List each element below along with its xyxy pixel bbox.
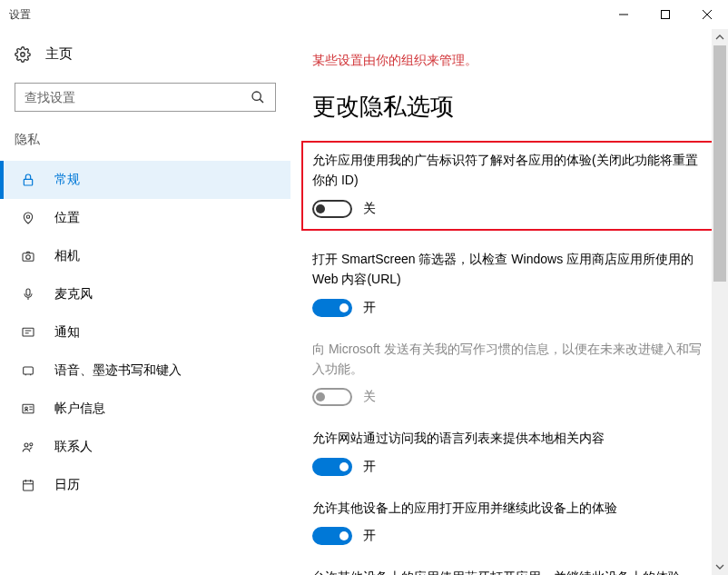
highlighted-setting: 允许应用使用我的广告标识符了解对各应用的体验(关闭此功能将重置你的 ID) 关 bbox=[301, 141, 713, 231]
svg-rect-14 bbox=[23, 404, 34, 412]
search-input[interactable] bbox=[15, 83, 276, 112]
home-nav[interactable]: 主页 bbox=[0, 38, 290, 70]
toggle-language-list[interactable] bbox=[312, 458, 352, 476]
toggle-state-label: 关 bbox=[363, 201, 376, 217]
sidebar-item-general[interactable]: 常规 bbox=[0, 161, 290, 199]
sidebar: 主页 隐私 常规 位置 bbox=[0, 29, 290, 575]
sidebar-item-label: 日历 bbox=[54, 477, 80, 493]
sidebar-item-contacts[interactable]: 联系人 bbox=[0, 428, 290, 466]
scroll-down-button[interactable] bbox=[712, 559, 728, 575]
svg-rect-9 bbox=[23, 253, 34, 262]
svg-point-4 bbox=[21, 52, 25, 56]
sidebar-item-label: 语音、墨迹书写和键入 bbox=[54, 362, 182, 379]
notification-icon bbox=[20, 324, 36, 341]
sidebar-nav: 常规 位置 相机 麦克风 bbox=[0, 161, 290, 504]
svg-rect-1 bbox=[662, 11, 670, 19]
setting-description: 打开 SmartScreen 筛选器，以检查 Windows 应用商店应用所使用… bbox=[312, 249, 704, 290]
gear-icon bbox=[15, 46, 31, 63]
search-button[interactable] bbox=[243, 83, 272, 112]
sidebar-item-notifications[interactable]: 通知 bbox=[0, 313, 290, 352]
sidebar-item-account-info[interactable]: 帐户信息 bbox=[0, 390, 290, 428]
toggle-state-label: 开 bbox=[363, 459, 376, 475]
sidebar-item-label: 位置 bbox=[54, 210, 80, 226]
sidebar-item-location[interactable]: 位置 bbox=[0, 199, 290, 237]
sidebar-item-calendar[interactable]: 日历 bbox=[0, 466, 290, 504]
svg-point-15 bbox=[25, 407, 28, 410]
toggle-continue-experiences[interactable] bbox=[312, 527, 352, 545]
toggle-typing-info bbox=[312, 388, 352, 406]
maximize-button[interactable] bbox=[644, 0, 686, 29]
sidebar-item-camera[interactable]: 相机 bbox=[0, 237, 290, 275]
main-content: 某些设置由你的组织来管理。 更改隐私选项 允许应用使用我的广告标识符了解对各应用… bbox=[290, 29, 728, 575]
camera-icon bbox=[20, 248, 36, 264]
setting-description: 允许其他设备上的应用使用蓝牙打开应用，并继续此设备上的体验 bbox=[312, 567, 704, 575]
home-label: 主页 bbox=[45, 45, 73, 63]
toggle-state-label: 开 bbox=[363, 300, 376, 316]
sidebar-item-label: 联系人 bbox=[54, 439, 93, 455]
svg-point-17 bbox=[30, 443, 33, 446]
svg-point-5 bbox=[252, 92, 261, 100]
svg-point-8 bbox=[26, 215, 29, 218]
svg-rect-13 bbox=[24, 367, 34, 374]
sidebar-section-label: 隐私 bbox=[0, 124, 290, 155]
svg-rect-18 bbox=[24, 481, 34, 491]
setting-description: 允许其他设备上的应用打开应用并继续此设备上的体验 bbox=[312, 498, 704, 518]
svg-point-10 bbox=[26, 255, 31, 260]
policy-managed-notice: 某些设置由你的组织来管理。 bbox=[312, 53, 704, 69]
svg-rect-7 bbox=[24, 179, 32, 185]
window-controls bbox=[603, 0, 728, 29]
scrollbar[interactable] bbox=[712, 29, 728, 575]
svg-rect-12 bbox=[23, 328, 34, 336]
sidebar-item-label: 帐户信息 bbox=[54, 401, 105, 417]
setting-description: 允许网站通过访问我的语言列表来提供本地相关内容 bbox=[312, 428, 704, 448]
scrollbar-track[interactable] bbox=[712, 45, 728, 559]
sidebar-item-label: 通知 bbox=[54, 324, 80, 341]
toggle-smartscreen[interactable] bbox=[312, 299, 352, 317]
toggle-advertising-id[interactable] bbox=[312, 200, 352, 218]
sidebar-item-label: 相机 bbox=[54, 248, 80, 264]
speech-icon bbox=[20, 362, 36, 379]
sidebar-item-microphone[interactable]: 麦克风 bbox=[0, 275, 290, 313]
page-title: 更改隐私选项 bbox=[312, 91, 704, 123]
account-card-icon bbox=[20, 401, 36, 417]
sidebar-item-label: 麦克风 bbox=[54, 286, 93, 302]
calendar-icon bbox=[20, 477, 36, 493]
svg-line-6 bbox=[260, 99, 263, 103]
svg-rect-11 bbox=[26, 289, 30, 295]
close-button[interactable] bbox=[686, 0, 728, 29]
window-title: 设置 bbox=[9, 7, 31, 23]
sidebar-item-speech-inking[interactable]: 语音、墨迹书写和键入 bbox=[0, 352, 290, 390]
toggle-state-label: 开 bbox=[363, 528, 376, 544]
minimize-button[interactable] bbox=[603, 0, 644, 29]
svg-point-16 bbox=[25, 443, 28, 447]
lock-icon bbox=[20, 172, 36, 188]
toggle-state-label: 关 bbox=[363, 389, 376, 405]
scrollbar-thumb[interactable] bbox=[713, 45, 726, 282]
setting-description: 允许应用使用我的广告标识符了解对各应用的体验(关闭此功能将重置你的 ID) bbox=[312, 150, 703, 191]
microphone-icon bbox=[20, 286, 36, 302]
title-bar: 设置 bbox=[0, 0, 728, 29]
setting-description: 向 Microsoft 发送有关我的写作习惯的信息，以便在未来改进键入和写入功能… bbox=[312, 339, 704, 380]
sidebar-item-label: 常规 bbox=[54, 172, 80, 188]
scroll-up-button[interactable] bbox=[712, 29, 728, 45]
contacts-icon bbox=[20, 439, 36, 455]
search-input-wrap bbox=[15, 83, 276, 112]
location-icon bbox=[20, 210, 36, 226]
